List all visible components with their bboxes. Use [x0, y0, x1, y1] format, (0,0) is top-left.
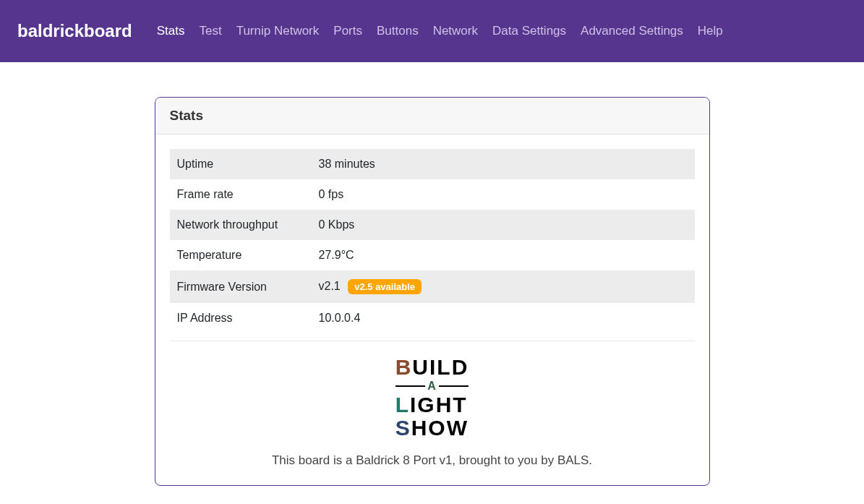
value-firmware: v2.1 — [319, 280, 341, 292]
navbar: baldrickboard Stats Test Turnip Network … — [0, 0, 864, 62]
label-temperature: Temperature — [170, 240, 312, 270]
separator — [170, 341, 695, 341]
stats-table: Uptime 38 minutes Frame rate 0 fps Netwo… — [170, 149, 695, 333]
label-firmware: Firmware Version — [170, 270, 312, 303]
main-container: Stats Uptime 38 minutes Frame rate 0 fps… — [143, 97, 722, 486]
nav-stats[interactable]: Stats — [150, 18, 192, 44]
nav-network[interactable]: Network — [426, 18, 485, 44]
row-temperature: Temperature 27.9°C — [170, 240, 695, 270]
bals-logo: BUILD A LIGHT SHOW — [395, 356, 469, 439]
value-network-throughput: 0 Kbps — [312, 210, 695, 240]
nav-advanced-settings[interactable]: Advanced Settings — [573, 18, 690, 44]
value-uptime: 38 minutes — [312, 149, 695, 179]
row-uptime: Uptime 38 minutes — [170, 149, 695, 179]
nav-help[interactable]: Help — [690, 18, 730, 44]
footer-section: BUILD A LIGHT SHOW This board is a Baldr… — [170, 356, 695, 468]
value-frame-rate: 0 fps — [312, 179, 695, 210]
logo-line-show: SHOW — [395, 417, 469, 440]
brand-title[interactable]: baldrickboard — [17, 21, 132, 41]
row-firmware: Firmware Version v2.1 v2.5 available — [170, 270, 695, 303]
label-network-throughput: Network throughput — [170, 210, 312, 240]
nav-links: Stats Test Turnip Network Ports Buttons … — [150, 18, 730, 44]
nav-turnip-network[interactable]: Turnip Network — [229, 18, 327, 44]
logo-line-a: A — [395, 379, 469, 394]
nav-ports[interactable]: Ports — [326, 18, 369, 44]
nav-buttons[interactable]: Buttons — [369, 18, 426, 44]
row-ip: IP Address 10.0.0.4 — [170, 303, 695, 333]
label-ip: IP Address — [170, 303, 312, 333]
footer-text: This board is a Baldrick 8 Port v1, brou… — [170, 453, 695, 468]
card-title: Stats — [155, 98, 709, 134]
label-uptime: Uptime — [170, 149, 312, 179]
value-ip: 10.0.0.4 — [312, 303, 695, 333]
row-network-throughput: Network throughput 0 Kbps — [170, 210, 695, 240]
stats-card: Stats Uptime 38 minutes Frame rate 0 fps… — [155, 97, 710, 486]
value-temperature: 27.9°C — [312, 240, 695, 270]
logo-line-build: BUILD — [395, 356, 469, 379]
row-frame-rate: Frame rate 0 fps — [170, 179, 695, 210]
nav-test[interactable]: Test — [192, 18, 228, 44]
label-frame-rate: Frame rate — [170, 179, 312, 210]
nav-data-settings[interactable]: Data Settings — [485, 18, 573, 44]
value-firmware-cell: v2.1 v2.5 available — [312, 270, 695, 303]
logo-line-light: LIGHT — [395, 393, 469, 417]
firmware-update-badge[interactable]: v2.5 available — [348, 279, 422, 294]
card-body: Uptime 38 minutes Frame rate 0 fps Netwo… — [155, 134, 709, 485]
